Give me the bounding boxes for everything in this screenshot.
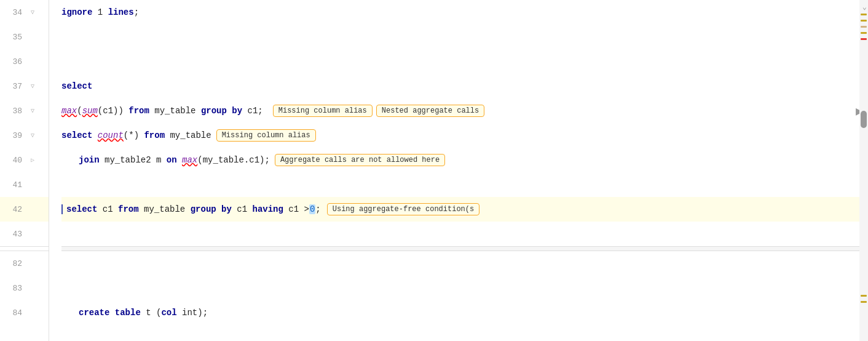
fold-icon-39[interactable]: ▽ — [28, 131, 37, 140]
code-line-35 — [61, 25, 859, 49]
code-line-42: select c1 from my_table group by c1 havi… — [61, 197, 859, 222]
scroll-marker-4 — [861, 32, 867, 34]
scroll-marker-7 — [861, 301, 867, 303]
line-number-84: 84 — [0, 308, 28, 318]
code-area[interactable]: ignore 1 lines; select max(sum(c1)) from… — [49, 0, 859, 341]
code-line-43 — [61, 222, 859, 246]
line-number-40: 40 — [0, 156, 28, 165]
scrollbar-track[interactable]: ⌄ — [859, 0, 868, 341]
scroll-marker-1 — [861, 14, 867, 15]
fold-icon-37[interactable]: ▽ — [28, 82, 37, 90]
gutter-icon-82 — [28, 259, 37, 268]
line-number-37: 37 — [0, 82, 28, 91]
line-number-34: 34 — [0, 8, 28, 17]
code-lines: ignore 1 lines; select max(sum(c1)) from… — [49, 0, 859, 325]
gutter-row-83: 83 — [0, 276, 49, 300]
tooltip-line38-nested: Nested aggregate calls — [376, 105, 484, 117]
tooltip-line40-aggregate: Aggregate calls are not allowed here — [275, 154, 445, 166]
code-line-41 — [61, 172, 859, 197]
code-line-34: ignore 1 lines; — [61, 0, 859, 25]
fold-icon-34[interactable]: ▽ — [28, 8, 37, 17]
line-number-43: 43 — [0, 230, 28, 239]
scroll-marker-2 — [861, 20, 867, 22]
gutter-row-35: 35 — [0, 25, 49, 49]
gutter-row-40: 40 ▷ — [0, 148, 49, 172]
code-text-40: join my_table2 m on max(my_table.c1); — [61, 155, 270, 165]
scroll-markers — [859, 12, 868, 41]
line-number-41: 41 — [0, 180, 28, 190]
editor-container: 34 ▽ 35 36 37 ▽ 38 ▽ 39 ▽ 40 ▷ — [0, 0, 868, 341]
tooltip-line42-aggregate-free: Using aggregate-free condition(s — [327, 203, 479, 215]
gutter-icon-83 — [28, 284, 37, 292]
tooltip-line39-missing-alias: Missing column alias — [216, 129, 316, 142]
gutter-row-38: 38 ▽ — [0, 98, 49, 123]
code-text-42: select c1 from my_table group by c1 havi… — [61, 204, 321, 214]
line-number-83: 83 — [0, 284, 28, 293]
gutter-row-43: 43 — [0, 222, 49, 246]
line-number-38: 38 — [0, 106, 28, 116]
chevron-down-icon[interactable]: ⌄ — [862, 2, 867, 12]
code-line-40: join my_table2 m on max(my_table.c1); Ag… — [61, 148, 859, 172]
gutter-row-36: 36 — [0, 49, 49, 74]
scroll-marker-5 — [861, 38, 867, 40]
code-line-37: select — [61, 74, 859, 98]
code-line-82 — [61, 251, 859, 276]
gutter-icon-35 — [28, 33, 37, 41]
gutter-row-84: 84 — [0, 300, 49, 325]
scroll-marker-3 — [861, 26, 867, 28]
code-line-38: max(sum(c1)) from my_table group by c1; … — [61, 98, 859, 123]
code-text-34: ignore 1 lines; — [61, 7, 139, 17]
fold-icon-38[interactable]: ▽ — [28, 106, 37, 115]
gutter-icon-84 — [28, 308, 37, 317]
code-text-38: max(sum(c1)) from my_table group by c1; — [61, 106, 263, 116]
scrollbar-thumb[interactable] — [861, 111, 867, 128]
line-separator — [61, 246, 859, 251]
code-line-39: select count(*) from my_table Missing co… — [61, 123, 859, 148]
line-number-36: 36 — [0, 57, 28, 66]
code-text-39: select count(*) from my_table — [61, 130, 211, 140]
gutter-row-sep — [0, 246, 49, 251]
gutter-row-39: 39 ▽ — [0, 123, 49, 148]
scroll-markers-bottom — [859, 294, 868, 304]
gutter-icon-36 — [28, 57, 37, 66]
scroll-marker-6 — [861, 295, 867, 297]
gutter-icon-41 — [28, 180, 37, 189]
line-number-35: 35 — [0, 33, 28, 42]
gutter-row-82: 82 — [0, 251, 49, 276]
fold-icon-40[interactable]: ▷ — [28, 156, 37, 164]
gutter-row-41: 41 — [0, 172, 49, 197]
gutter-row-37: 37 ▽ — [0, 74, 49, 98]
code-line-83 — [61, 276, 859, 300]
line-number-42: 42 — [0, 205, 28, 214]
line-gutter: 34 ▽ 35 36 37 ▽ 38 ▽ 39 ▽ 40 ▷ — [0, 0, 49, 341]
code-text-84: create table t (col int); — [61, 308, 208, 318]
gutter-row-42: 42 — [0, 197, 49, 222]
code-line-84: create table t (col int); — [61, 300, 859, 325]
line-number-82: 82 — [0, 259, 28, 268]
gutter-icon-42 — [28, 205, 37, 214]
gutter-row-34: 34 ▽ — [0, 0, 49, 25]
code-text-37: select — [61, 81, 92, 91]
line-number-39: 39 — [0, 131, 28, 140]
code-line-36 — [61, 49, 859, 74]
gutter-icon-43 — [28, 230, 37, 238]
tooltip-line38-missing-alias: Missing column alias — [273, 105, 373, 117]
